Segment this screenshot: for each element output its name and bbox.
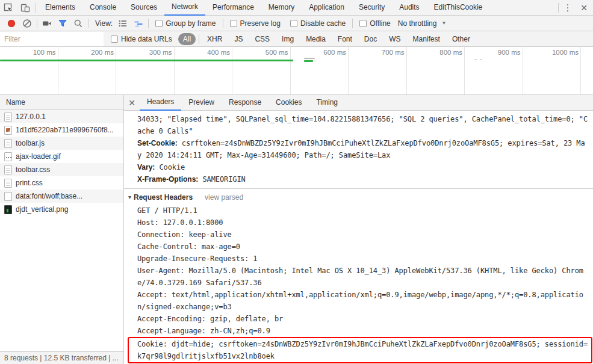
response-header-line: y 2020 14:24:11 GMT; Max-Age=31449600; P… xyxy=(124,149,593,161)
request-header-line: e/74.0.3729.169 Safari/537.36 xyxy=(124,277,593,289)
overview-request-bar xyxy=(304,58,315,59)
response-header-line: 34033; "Elapsed time", SQLPanel_sql_time… xyxy=(124,113,593,125)
close-detail-icon[interactable]: ✕ xyxy=(124,98,140,108)
request-rows: 127.0.0.1 1d1df6220ab711e9996760f8... to… xyxy=(0,110,123,216)
close-devtools-icon[interactable]: ✕ xyxy=(575,3,593,13)
timeline-overview[interactable]: 100 ms 200 ms 300 ms 400 ms 500 ms 600 m… xyxy=(0,47,593,95)
view-list-icon[interactable] xyxy=(115,16,131,31)
header-value: SAMEORIGIN xyxy=(198,175,245,184)
device-toolbar-icon[interactable] xyxy=(17,0,34,16)
filter-pill-css[interactable]: CSS xyxy=(250,33,275,45)
kebab-menu-icon[interactable]: ⋮ xyxy=(560,2,575,13)
tab-elements[interactable]: Elements xyxy=(38,0,82,16)
divider xyxy=(148,19,149,28)
request-header-line: Accept: text/html,application/xhtml+xml,… xyxy=(124,289,593,301)
image-icon xyxy=(4,205,12,214)
view-waterfall-icon[interactable] xyxy=(131,16,146,31)
request-headers-section[interactable]: ▾ Request Headers view parsed xyxy=(124,191,593,203)
preserve-log-checkbox[interactable]: Preserve log xyxy=(230,19,281,28)
request-header-line: User-Agent: Mozilla/5.0 (Macintosh; Inte… xyxy=(124,265,593,277)
request-row[interactable]: print.css xyxy=(0,176,123,190)
throttling-value: No throttling xyxy=(398,19,437,28)
request-row[interactable]: djdt_vertical.png xyxy=(0,203,123,216)
tab-console[interactable]: Console xyxy=(82,0,123,16)
tab-cookies[interactable]: Cookies xyxy=(269,95,309,111)
tab-audits[interactable]: Audits xyxy=(392,0,426,16)
response-header-line: Set-Cookie: csrftoken=z4sDnWBZDz5Y9zIvr0… xyxy=(124,137,593,149)
requests-sidebar: Name 127.0.0.1 1d1df6220ab711e9996760f8.… xyxy=(0,95,124,364)
tab-security[interactable]: Security xyxy=(352,0,392,16)
tab-timing[interactable]: Timing xyxy=(309,95,345,111)
request-row[interactable]: ajax-loader.gif xyxy=(0,150,123,163)
request-detail-pane: ✕ Headers Preview Response Cookies Timin… xyxy=(124,95,593,364)
filter-input[interactable] xyxy=(0,32,104,46)
tab-sources[interactable]: Sources xyxy=(123,0,164,16)
view-parsed-link[interactable]: view parsed xyxy=(205,191,243,203)
tab-application[interactable]: Application xyxy=(302,0,352,16)
request-header-line: Accept-Language: zh-CN,zh;q=0.9 xyxy=(124,325,593,337)
section-title: Request Headers xyxy=(134,191,193,203)
header-value: ache 0 Calls" xyxy=(137,127,193,135)
search-icon[interactable] xyxy=(70,16,86,31)
tab-editthiscookie[interactable]: EditThisCookie xyxy=(427,0,490,16)
filter-pill-xhr[interactable]: XHR xyxy=(202,33,227,45)
request-row[interactable]: 1d1df6220ab711e9996760f8... xyxy=(0,123,123,137)
request-row[interactable]: toolbar.js xyxy=(0,137,123,150)
request-row[interactable]: data:font/woff;base... xyxy=(0,190,123,203)
disable-cache-checkbox[interactable]: Disable cache xyxy=(290,19,346,28)
request-name: 127.0.0.1 xyxy=(16,113,46,121)
checkbox-icon xyxy=(230,20,237,27)
request-name: toolbar.css xyxy=(16,165,50,174)
group-by-frame-checkbox[interactable]: Group by frame xyxy=(155,19,216,28)
record-button[interactable] xyxy=(4,16,19,31)
request-name: data:font/woff;base... xyxy=(16,192,82,200)
request-row[interactable]: toolbar.css xyxy=(0,163,123,176)
request-header-line: Accept-Encoding: gzip, deflate, br xyxy=(124,313,593,325)
filter-pill-img[interactable]: Img xyxy=(277,33,299,45)
filter-funnel-icon[interactable] xyxy=(55,16,70,31)
name-column-header[interactable]: Name xyxy=(0,95,123,110)
timeline-tick: 300 ms xyxy=(116,47,175,94)
offline-checkbox[interactable]: Offline xyxy=(359,19,390,28)
request-name: 1d1df6220ab711e9996760f8... xyxy=(16,126,114,134)
filter-pill-js[interactable]: JS xyxy=(229,33,247,45)
filter-pill-manifest[interactable]: Manifest xyxy=(408,33,445,45)
timeline-tick: 900 ms xyxy=(465,47,523,94)
screenshot-capture-icon[interactable] xyxy=(39,16,55,31)
request-name: toolbar.js xyxy=(16,139,45,147)
filter-pill-all[interactable]: All xyxy=(178,33,196,45)
timeline-tick: 1000 ms xyxy=(523,47,582,94)
checkbox-icon xyxy=(155,20,163,27)
tab-headers[interactable]: Headers xyxy=(140,95,181,111)
header-value: y 2020 14:24:11 GMT; Max-Age=31449600; P… xyxy=(137,151,390,159)
headers-content[interactable]: 34033; "Elapsed time", SQLPanel_sql_time… xyxy=(124,111,593,364)
divider xyxy=(88,19,88,28)
document-icon xyxy=(4,113,12,122)
request-header-line: Host: 127.0.0.1:8000 xyxy=(124,217,593,229)
throttling-dropdown[interactable]: No throttling ▼ xyxy=(398,19,447,28)
divider xyxy=(558,3,559,13)
header-name: X-Frame-Options: xyxy=(137,175,198,184)
filter-pill-ws[interactable]: WS xyxy=(384,33,405,45)
cookie-header-line: Cookie: djdt=hide; csrftoken=z4sDnWBZDz5… xyxy=(129,338,591,350)
filter-pill-media[interactable]: Media xyxy=(301,33,331,45)
filter-pill-doc[interactable]: Doc xyxy=(359,33,382,45)
tab-preview[interactable]: Preview xyxy=(181,95,222,111)
clear-button[interactable] xyxy=(19,16,35,31)
section-divider xyxy=(124,188,593,189)
hide-data-urls-checkbox[interactable]: Hide data URLs xyxy=(111,35,172,43)
devtools-tabbar: Elements Console Sources Network Perform… xyxy=(0,0,593,16)
tab-memory[interactable]: Memory xyxy=(261,0,302,16)
tab-network[interactable]: Network xyxy=(164,0,205,16)
hide-data-urls-label: Hide data URLs xyxy=(121,35,172,43)
filter-pill-font[interactable]: Font xyxy=(333,33,357,45)
divider xyxy=(352,19,353,28)
filter-pill-other[interactable]: Other xyxy=(447,33,475,45)
checkbox-icon xyxy=(359,20,367,27)
request-row[interactable]: 127.0.0.1 xyxy=(0,110,123,123)
tab-performance[interactable]: Performance xyxy=(205,0,261,16)
timeline-tick: 600 ms xyxy=(291,47,349,94)
inspect-element-icon[interactable] xyxy=(0,0,17,16)
divider xyxy=(37,19,37,28)
tab-response[interactable]: Response xyxy=(222,95,269,111)
